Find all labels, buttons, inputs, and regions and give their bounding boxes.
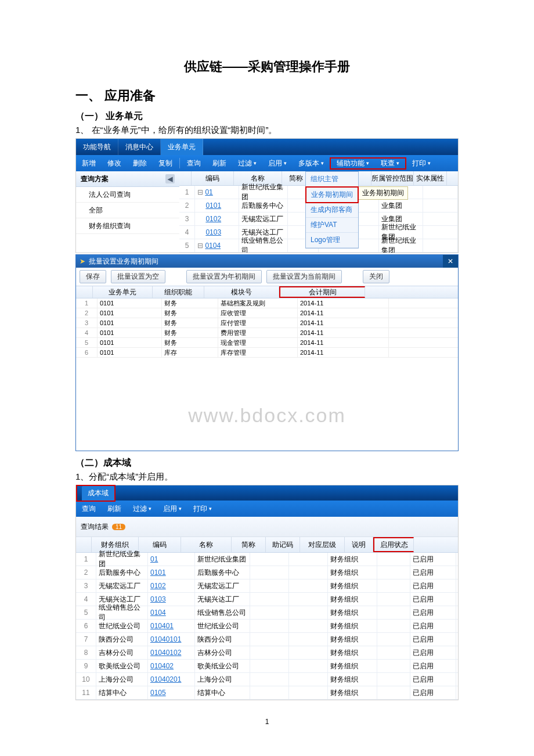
expand-icon[interactable]: ⊟ <box>197 188 203 196</box>
cell-level: 财务组织 <box>328 579 377 592</box>
cell-module: 费用管理 <box>218 328 298 337</box>
cell-mnemonic <box>289 553 328 566</box>
code-link[interactable]: 010402 <box>150 662 174 670</box>
query-button[interactable]: 查询 <box>76 501 102 517</box>
cell-mnemonic <box>289 646 328 659</box>
col-period: 会计期间 <box>279 286 365 298</box>
cell-finorg: 上海分公司 <box>96 673 148 686</box>
cell-desc <box>377 660 410 672</box>
menu-vat[interactable]: 维护VAT <box>306 218 358 233</box>
table-row: 20101财务应收管理2014-11 <box>76 308 458 318</box>
cell-short <box>250 633 289 646</box>
cell-code: 0103 <box>148 593 195 606</box>
tab-nav[interactable]: 功能导航 <box>76 139 118 155</box>
dropdown-icon: ▾ <box>284 160 287 166</box>
menu-gen-internal[interactable]: 生成内部客商 <box>306 203 358 218</box>
copy-button[interactable]: 复制 <box>153 155 178 171</box>
cell-short <box>250 606 289 619</box>
rownum: 7 <box>76 633 96 646</box>
cell-scope: 业集团 <box>379 199 423 212</box>
col-module: 模块号 <box>204 286 279 298</box>
menu-period-init[interactable]: 业务期初期间 <box>305 186 359 203</box>
cell-status: 已启用 <box>410 606 456 619</box>
code-link[interactable]: 01040101 <box>150 635 181 643</box>
enable-button[interactable]: 启用▾ <box>157 501 187 517</box>
table-row: 9歌美纸业公司010402歌美纸业公司财务组织已启用 <box>76 660 458 673</box>
sidebar-item-all[interactable]: 全部 <box>76 203 179 218</box>
tab-business-unit[interactable]: 业务单元 <box>161 139 203 155</box>
code-link[interactable]: 01 <box>150 555 158 563</box>
filter-button[interactable]: 过滤▾ <box>127 501 157 517</box>
code-link[interactable]: 0103 <box>150 595 166 603</box>
edit-button[interactable]: 修改 <box>102 155 127 171</box>
cell-status: 已启用 <box>410 686 456 699</box>
close-icon[interactable]: ✕ <box>443 255 458 268</box>
aux-button[interactable]: 辅助功能▾ <box>331 159 375 168</box>
code-link[interactable]: 0104 <box>205 242 221 250</box>
code-link[interactable]: 0105 <box>150 689 166 697</box>
code-link[interactable]: 0101 <box>205 201 221 210</box>
enable-button[interactable]: 启用▾ <box>262 155 293 171</box>
result-header: 查询结果 11 <box>76 517 458 537</box>
cell-mnemonic <box>289 673 328 686</box>
cell-finorg: 世纪纸业公司 <box>96 620 148 632</box>
rownum: 1 <box>179 186 195 199</box>
code-link[interactable]: 010401 <box>150 622 174 630</box>
cell-entity <box>423 226 458 239</box>
delete-button[interactable]: 删除 <box>127 155 153 171</box>
code-link[interactable]: 0102 <box>150 582 166 590</box>
sidebar-item-finorg[interactable]: 财务组织查询 <box>76 218 179 234</box>
code-link[interactable]: 01040201 <box>150 675 181 683</box>
cell-level: 财务组织 <box>328 646 377 659</box>
set-current-button[interactable]: 批量设置为当前期间 <box>266 270 342 283</box>
filter-button[interactable]: 过滤▾ <box>232 155 262 171</box>
cell-scope: 新世纪纸业集团 <box>379 239 423 252</box>
refresh-button[interactable]: 刷新 <box>207 155 232 171</box>
set-yearstart-button[interactable]: 批量设置为年初期间 <box>186 270 262 283</box>
code-link[interactable]: 01 <box>205 188 212 196</box>
query-button[interactable]: 查询 <box>181 155 207 171</box>
rownum: 3 <box>76 318 98 327</box>
cell-code: 0104 <box>148 606 195 619</box>
table-row: 8吉林分公司01040102吉林分公司财务组织已启用 <box>76 646 458 660</box>
code-link[interactable]: 0101 <box>150 568 166 577</box>
arrow-icon: ➤ <box>80 257 85 265</box>
cell-code: 01040101 <box>148 633 195 646</box>
refresh-button[interactable]: 刷新 <box>102 501 127 517</box>
cell-finorg: 陕西分公司 <box>96 633 148 646</box>
multiversion-button[interactable]: 多版本▾ <box>293 155 330 171</box>
new-button[interactable]: 新增 <box>76 155 102 171</box>
save-button[interactable]: 保存 <box>80 270 106 283</box>
code-link[interactable]: 0103 <box>205 228 221 236</box>
sidebar-item-legal[interactable]: 法人公司查询 <box>76 187 179 203</box>
cell-finorg: 结算中心 <box>96 686 148 699</box>
collapse-icon[interactable]: ◀ <box>165 174 175 183</box>
cell-code: 0102 <box>195 213 239 225</box>
code-link[interactable]: 0102 <box>205 215 221 223</box>
cell-name: 无锡宏远工厂 <box>239 213 288 225</box>
close-button[interactable]: 关闭 <box>363 270 389 283</box>
cell-short <box>250 673 289 686</box>
tab-cost-domain[interactable]: 成本域 <box>82 486 114 501</box>
cell-role: 财务 <box>162 318 218 327</box>
col-mnemonic: 助记码 <box>266 537 300 552</box>
expand-icon[interactable]: ⊟ <box>197 242 203 250</box>
rownum: 2 <box>76 566 96 579</box>
linkquery-button[interactable]: 联查▾ <box>375 159 405 168</box>
code-link[interactable]: 01040102 <box>150 649 181 657</box>
table-row: 50101财务现金管理2014-11 <box>76 338 458 348</box>
table-row: 3无锡宏远工厂0102无锡宏远工厂财务组织已启用 <box>76 579 458 593</box>
cell-desc <box>377 566 410 579</box>
print-button[interactable]: 打印▾ <box>406 155 436 171</box>
col-rownum <box>179 171 192 185</box>
print-button[interactable]: 打印▾ <box>187 501 218 517</box>
cell-period: 2014-11 <box>298 298 389 308</box>
col-rownum <box>76 537 92 552</box>
cell-short <box>250 566 289 579</box>
menu-logo[interactable]: Logo管理 <box>306 233 358 248</box>
dropdown-icon: ▾ <box>428 160 431 166</box>
code-link[interactable]: 0104 <box>150 609 166 617</box>
set-empty-button[interactable]: 批量设置为空 <box>111 270 165 283</box>
tab-msgcenter[interactable]: 消息中心 <box>118 139 161 155</box>
menu-org-supervisor[interactable]: 组织主管 <box>306 172 358 187</box>
